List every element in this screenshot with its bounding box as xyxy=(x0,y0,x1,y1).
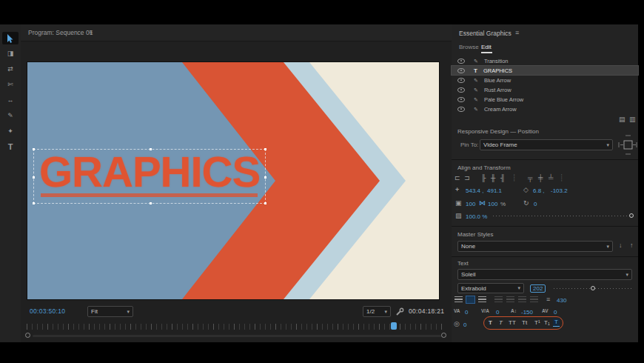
leading-value[interactable]: 430 xyxy=(557,297,566,304)
align-text-center-button[interactable] xyxy=(466,296,474,303)
distribute-vertical-icon[interactable]: ┊ xyxy=(560,175,563,182)
tracking-value[interactable]: 0 xyxy=(465,309,468,316)
selection-handle[interactable] xyxy=(264,202,266,204)
layer-row-rust-arrow[interactable]: ✎ Rust Arrow xyxy=(452,85,638,94)
pin-to-select[interactable]: Video Frame ▾ xyxy=(480,139,613,150)
align-frame-vertical-icon[interactable]: ⊐ xyxy=(464,175,470,182)
selection-handle[interactable] xyxy=(33,176,35,179)
scale-x-value[interactable]: 100 xyxy=(466,201,475,207)
position-y-value[interactable]: 491.1 xyxy=(487,187,502,194)
razor-tool[interactable]: ✄ xyxy=(2,79,19,91)
layer-row-cream-arrow[interactable]: ✎ Cream Arrow xyxy=(452,104,638,113)
panel-menu-icon[interactable]: ≡ xyxy=(515,30,519,36)
scrollbar-right-handle[interactable] xyxy=(441,333,446,338)
essential-graphics-panel: Essential Graphics ≡ Browse Edit ✎ Trans… xyxy=(452,24,638,342)
kerning-value[interactable]: 0 xyxy=(496,309,499,316)
position-x-value[interactable]: 543.4 , xyxy=(466,187,483,194)
font-style-select[interactable]: Extrabold ▾ xyxy=(457,283,524,293)
selection-tool[interactable] xyxy=(2,32,19,44)
superscript-button[interactable]: T¹ xyxy=(534,320,540,326)
layer-row-blue-arrow[interactable]: ✎ Blue Arrow xyxy=(452,76,638,84)
pin-to-diagram-widget[interactable] xyxy=(617,133,638,156)
justify-last-right-button[interactable] xyxy=(518,296,526,303)
small-caps-button[interactable]: Tt xyxy=(522,320,527,326)
type-tool[interactable]: T xyxy=(2,141,19,153)
playhead-marker[interactable] xyxy=(391,322,397,330)
align-bottom-icon[interactable]: ╧ xyxy=(549,175,553,182)
all-caps-button[interactable]: TT xyxy=(509,320,516,326)
align-left-icon[interactable]: ╟ xyxy=(481,175,486,182)
baseline-shift-value[interactable]: -150 xyxy=(521,309,533,316)
eye-icon[interactable] xyxy=(457,87,465,93)
eye-icon[interactable] xyxy=(457,107,465,112)
tab-browse[interactable]: Browse xyxy=(459,44,479,50)
text-selection-box[interactable] xyxy=(33,149,266,204)
align-frame-horizontal-icon[interactable]: ⊏ xyxy=(455,175,460,182)
scale-y-value[interactable]: 100 xyxy=(488,201,497,207)
opacity-slider[interactable] xyxy=(493,216,631,216)
zoom-level-select[interactable]: Fit ▾ xyxy=(87,306,133,317)
layer-row-graphics[interactable]: T GRAPHICS xyxy=(452,66,638,75)
master-styles-select[interactable]: None ▾ xyxy=(457,241,613,252)
stroke-width-value[interactable]: 0 xyxy=(463,322,466,328)
align-text-left-button[interactable] xyxy=(455,296,463,303)
selection-handle[interactable] xyxy=(33,148,35,150)
playback-resolution-select[interactable]: 1/2 ▾ xyxy=(363,306,391,317)
push-style-down-icon[interactable]: ↓ xyxy=(619,242,623,249)
align-text-right-button[interactable] xyxy=(478,296,486,303)
link-scale-icon[interactable]: ⋈ xyxy=(479,200,486,207)
align-center-horizontal-icon[interactable]: ╫ xyxy=(491,175,495,182)
selection-handle[interactable] xyxy=(150,202,152,204)
font-family-select[interactable]: Soleil ▾ xyxy=(457,269,632,280)
eye-icon[interactable] xyxy=(457,68,465,73)
underline-button[interactable]: T xyxy=(553,319,560,327)
scrollbar-left-handle[interactable] xyxy=(25,333,30,338)
opacity-slider-handle[interactable] xyxy=(629,213,634,218)
push-style-up-icon[interactable]: ↑ xyxy=(630,242,634,249)
align-right-icon[interactable]: ╢ xyxy=(500,175,505,182)
tsume-value[interactable]: 0 xyxy=(554,309,557,316)
eye-icon[interactable] xyxy=(457,59,465,64)
new-text-layer-button[interactable]: ▥ xyxy=(629,116,636,123)
subscript-button[interactable]: T₁ xyxy=(544,320,550,326)
distribute-horizontal-icon[interactable]: ┆ xyxy=(512,175,516,182)
slip-icon: ↔ xyxy=(7,97,14,104)
monitor-scrollbar[interactable] xyxy=(33,335,441,337)
selection-handle[interactable] xyxy=(264,148,266,150)
justify-last-left-button[interactable] xyxy=(494,296,503,303)
selection-handle[interactable] xyxy=(264,176,266,179)
align-center-vertical-icon[interactable]: ╪ xyxy=(538,175,543,182)
application-window: ◨ ⇄ ✄ ↔ ✎ ✦ T Program: Sequence 01 ≡ GRA… xyxy=(0,0,644,363)
anchor-x-value[interactable]: 6.8 , xyxy=(533,187,545,194)
font-size-value[interactable]: 202 xyxy=(530,284,546,293)
current-timecode[interactable]: 00:03:50:10 xyxy=(30,307,65,315)
hand-tool[interactable]: ✦ xyxy=(2,125,19,138)
faux-italic-button[interactable]: T xyxy=(499,320,503,326)
opacity-value[interactable]: 100.0 % xyxy=(466,213,487,220)
selection-handle[interactable] xyxy=(33,202,35,204)
pen-tool[interactable]: ✎ xyxy=(2,110,19,122)
slip-tool[interactable]: ↔ xyxy=(2,94,19,107)
layer-row-transition[interactable]: ✎ Transition xyxy=(452,56,638,65)
rotation-value[interactable]: 0 xyxy=(534,201,537,207)
tab-edit[interactable]: Edit xyxy=(481,44,492,50)
faux-bold-button[interactable]: T xyxy=(489,320,492,326)
track-select-tool[interactable]: ◨ xyxy=(2,47,19,60)
tsume-icon: AV xyxy=(542,309,549,314)
panel-menu-icon[interactable]: ≡ xyxy=(89,29,93,36)
layer-row-pale-blue-arrow[interactable]: ✎ Pale Blue Arrow xyxy=(452,95,638,104)
settings-wrench-icon[interactable] xyxy=(395,307,404,316)
monitor-time-ruler[interactable] xyxy=(27,324,446,330)
eye-icon[interactable] xyxy=(457,78,465,83)
ripple-edit-tool[interactable]: ⇄ xyxy=(2,63,19,76)
font-size-slider-handle[interactable] xyxy=(591,286,595,290)
tools-panel: ◨ ⇄ ✄ ↔ ✎ ✦ T xyxy=(0,24,21,342)
align-top-icon[interactable]: ╤ xyxy=(528,175,532,182)
eye-icon[interactable] xyxy=(457,97,465,102)
anchor-y-value[interactable]: -103.2 xyxy=(551,187,568,194)
new-layer-button[interactable]: ▤ xyxy=(619,116,625,123)
justify-all-button[interactable] xyxy=(530,296,538,303)
justify-last-center-button[interactable] xyxy=(506,296,514,303)
selection-handle[interactable] xyxy=(150,148,152,150)
shape-layer-icon: ✎ xyxy=(474,87,478,93)
